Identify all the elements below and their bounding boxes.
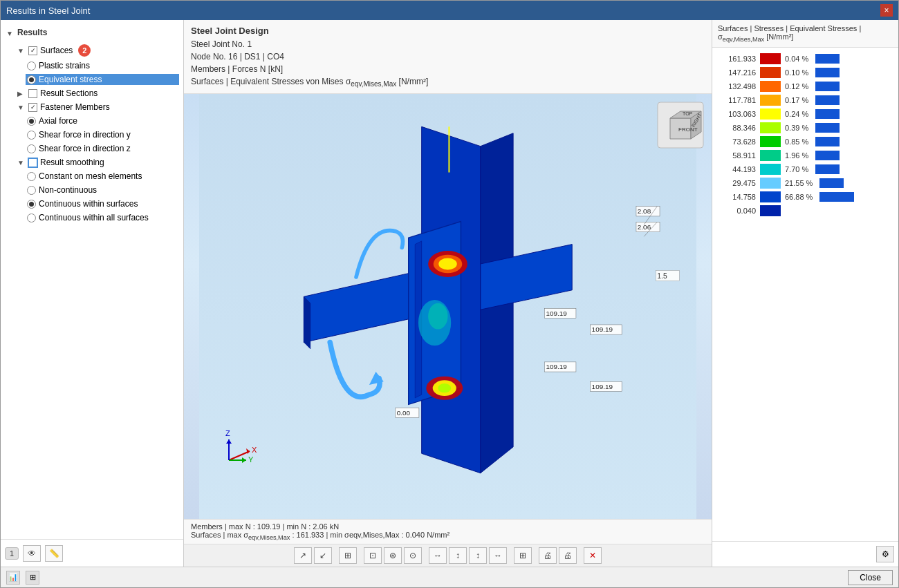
legend-pct-10: 21.55 % xyxy=(785,179,813,187)
result-sections-checkbox[interactable] xyxy=(28,89,37,98)
legend-value-3: 132.498 xyxy=(718,82,756,91)
svg-point-15 xyxy=(428,303,447,330)
result-sections-row[interactable]: ▶ Result Sections xyxy=(16,88,179,99)
legend-value-8: 58.911 xyxy=(718,151,756,160)
continuous-within-radio[interactable] xyxy=(27,200,36,209)
toolbar-arrow2-btn[interactable]: ↙ xyxy=(314,547,332,564)
surfaces-row[interactable]: ▼ Surfaces 2 xyxy=(16,44,179,57)
status-icon-1[interactable]: 📊 xyxy=(6,571,20,585)
legend-container: 161.933 0.04 % 147.216 0.10 % 132.498 0.… xyxy=(712,48,898,541)
main-close-button[interactable]: Close xyxy=(848,570,893,585)
surfaces-expand[interactable]: ▼ xyxy=(17,47,26,55)
equivalent-stress-row[interactable]: Equivalent stress xyxy=(26,74,179,85)
legend-row-10: 29.475 21.55 % xyxy=(718,178,893,189)
svg-text:109.19: 109.19 xyxy=(592,325,613,333)
toolbar-view3-btn[interactable]: ⊙ xyxy=(404,547,422,564)
legend-row-12: 0.040 xyxy=(718,205,893,216)
eye-button[interactable]: 👁 xyxy=(23,545,41,562)
non-continuous-label: Non-continuous xyxy=(39,185,97,195)
constant-mesh-radio[interactable] xyxy=(27,172,36,181)
legend-row-5: 103.063 0.24 % xyxy=(718,108,893,120)
expand-icon[interactable]: ▼ xyxy=(6,30,15,37)
svg-text:X: X xyxy=(252,446,257,454)
shear-z-radio[interactable] xyxy=(27,144,36,153)
status-bar: 📊 ⊞ Close xyxy=(1,567,898,587)
legend-pct-8: 1.96 % xyxy=(785,151,808,160)
constant-mesh-row[interactable]: Constant on mesh elements xyxy=(26,171,179,182)
shear-z-row[interactable]: Shear force in direction z xyxy=(26,143,179,154)
toolbar-view2-btn[interactable]: ⊛ xyxy=(384,547,402,564)
non-continuous-row[interactable]: Non-continuous xyxy=(26,184,179,196)
smoothing-checkbox[interactable] xyxy=(28,158,37,167)
axial-force-row[interactable]: Axial force xyxy=(26,115,179,126)
status-icon-2[interactable]: ⊞ xyxy=(26,571,39,585)
header-surfaces: Surfaces | Equivalent Stresses von Mises… xyxy=(191,75,705,89)
legend-value-2: 147.216 xyxy=(718,68,756,77)
toolbar-table-btn[interactable]: ⊞ xyxy=(339,547,357,564)
toolbar-print2-btn[interactable]: 🖨 xyxy=(559,547,577,564)
bottom-toolbar: ↗ ↙ ⊞ ⊡ ⊛ ⊙ ↔ ↕ ↕ ↔ ⊞ 🖨 🖨 ✕ xyxy=(184,544,712,567)
shear-y-row[interactable]: Shear force in direction y xyxy=(26,129,179,140)
svg-text:0.00: 0.00 xyxy=(397,408,411,416)
nav-cube[interactable]: FRONT TOP RIGHT xyxy=(656,101,705,149)
toolbar-grid-btn[interactable]: ⊞ xyxy=(514,547,532,564)
svg-text:2.08: 2.08 xyxy=(638,207,651,215)
svg-text:109.19: 109.19 xyxy=(546,363,567,370)
result-smoothing-row[interactable]: ▼ Result smoothing xyxy=(16,157,179,168)
toolbar-close-btn[interactable]: ✕ xyxy=(584,547,602,564)
legend-color-10 xyxy=(760,178,781,189)
continuous-within-row[interactable]: Continuous within surfaces xyxy=(26,198,179,209)
status-left: 📊 ⊞ xyxy=(6,571,39,585)
svg-point-13 xyxy=(438,383,451,392)
legend-color-12 xyxy=(760,205,781,216)
legend-row-6: 88.346 0.39 % xyxy=(718,122,893,133)
non-continuous-radio[interactable] xyxy=(27,186,36,195)
fastener-expand[interactable]: ▼ xyxy=(17,104,26,111)
toolbar-axis3-btn[interactable]: ↕ xyxy=(469,547,487,564)
equivalent-stress-label: Equivalent stress xyxy=(39,75,102,84)
legend-bar-1 xyxy=(815,54,840,64)
results-tree: ▼ Results ▼ Surfaces 2 xyxy=(1,20,183,539)
legend-settings-btn[interactable]: ⚙ xyxy=(876,546,894,562)
shear-y-radio[interactable] xyxy=(27,131,36,140)
toolbar-axis1-btn[interactable]: ↔ xyxy=(429,547,447,564)
legend-bar-2 xyxy=(815,68,840,77)
shear-y-label: Shear force in direction y xyxy=(39,130,131,140)
header-title: Steel Joint Design xyxy=(191,24,705,38)
left-panel-footer: 1 👁 📏 xyxy=(1,539,183,567)
surfaces-item: ▼ Surfaces 2 xyxy=(5,42,179,59)
plastic-strains-radio[interactable] xyxy=(27,61,36,70)
window-title: Results in Steel Joint xyxy=(6,6,90,16)
result-sections-expand[interactable]: ▶ xyxy=(17,90,26,97)
legend-value-9: 44.193 xyxy=(718,165,756,173)
toolbar-view1-btn[interactable]: ⊡ xyxy=(364,547,382,564)
toolbar-axis4-btn[interactable]: ↔ xyxy=(489,547,507,564)
toolbar-axis2-btn[interactable]: ↕ xyxy=(449,547,467,564)
legend-bar-10 xyxy=(819,178,844,188)
toolbar-arrow-btn[interactable]: ↗ xyxy=(294,547,312,564)
close-window-button[interactable]: × xyxy=(880,4,893,17)
svg-line-43 xyxy=(229,451,250,460)
axial-force-radio[interactable] xyxy=(27,117,36,126)
continuous-all-radio[interactable] xyxy=(27,214,36,222)
legend-row-2: 147.216 0.10 % xyxy=(718,67,893,78)
equivalent-stress-radio[interactable] xyxy=(27,75,36,84)
fastener-checkbox[interactable] xyxy=(28,103,37,112)
svg-text:1.5: 1.5 xyxy=(657,272,667,280)
3d-viewport[interactable]: 1.5 109.19 109.19 109.19 109.19 2.08 2.0… xyxy=(184,94,712,519)
legend-row-4: 117.781 0.17 % xyxy=(718,95,893,106)
surfaces-checkbox[interactable] xyxy=(28,46,37,55)
smoothing-expand[interactable]: ▼ xyxy=(17,159,26,167)
continuous-all-row[interactable]: Continuous within all surfaces xyxy=(26,212,179,223)
legend-color-7 xyxy=(760,136,781,147)
fastener-members-row[interactable]: ▼ Fastener Members xyxy=(16,102,179,113)
plastic-strains-item: Plastic strains xyxy=(5,59,179,73)
footer-number: 1 xyxy=(5,547,19,560)
legend-bar-5 xyxy=(815,109,840,119)
toolbar-print-btn[interactable]: 🖨 xyxy=(539,547,557,564)
shear-y-item: Shear force in direction y xyxy=(5,128,179,142)
ruler-button[interactable]: 📏 xyxy=(45,545,63,562)
plastic-strains-row[interactable]: Plastic strains xyxy=(26,60,179,71)
right-panel: Surfaces | Stresses | Equivalent Stresse… xyxy=(712,20,898,567)
legend-bar-6 xyxy=(815,123,840,133)
